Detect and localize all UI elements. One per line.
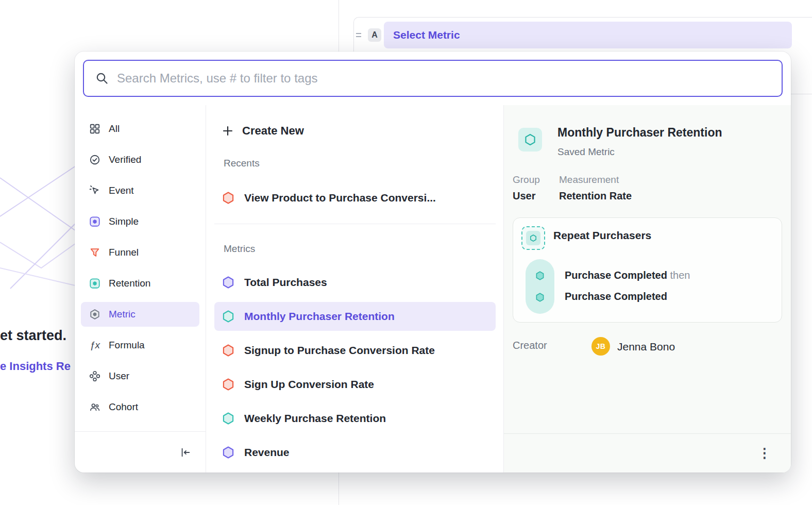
metric-item-label: Monthly Purchaser Retention — [244, 310, 395, 323]
overflow-menu-icon[interactable]: ⋮ — [758, 445, 771, 461]
cohort-people-icon — [89, 401, 100, 413]
sidebar-item-label: Retention — [109, 278, 150, 289]
search-icon — [95, 72, 109, 85]
sidebar-item-label: Funnel — [109, 247, 139, 258]
funnel-metric-hexagon-icon — [222, 378, 235, 391]
sidebar-item-all[interactable]: All — [81, 116, 199, 141]
measurement-value: Retention Rate — [559, 190, 632, 202]
simple-metric-hexagon-icon — [222, 446, 235, 459]
sidebar-item-label: All — [109, 123, 120, 134]
measurement-label: Measurement — [559, 174, 619, 186]
block-letter-badge: A — [368, 28, 381, 42]
create-new-label: Create New — [242, 124, 304, 138]
sidebar-item-verified[interactable]: Verified — [81, 147, 199, 172]
simple-hexagon-icon — [89, 216, 100, 227]
sidebar-item-label: Cohort — [109, 401, 138, 413]
sidebar-item-formula[interactable]: ƒx Formula — [81, 333, 199, 358]
formula-fx-icon: ƒx — [89, 340, 100, 351]
metric-item-revenue[interactable]: Revenue — [214, 438, 496, 467]
drag-handle-icon[interactable] — [354, 30, 363, 40]
metric-item-label: Sign Up Conversion Rate — [244, 378, 374, 391]
background-link-fragment[interactable]: e Insights Re — [0, 360, 71, 373]
verified-badge-icon — [89, 154, 100, 165]
metric-item-signup-to-purchase-conversion-rate[interactable]: Signup to Purchase Conversion Rate — [214, 336, 496, 365]
retention-metric-tile-icon — [518, 128, 542, 152]
select-metric-field[interactable]: Select Metric — [384, 22, 792, 48]
sidebar-item-label: Verified — [109, 154, 141, 165]
saved-card-title: Repeat Purchasers — [553, 229, 651, 242]
retention-hexagon-icon — [89, 278, 100, 289]
detail-title: Monthly Purchaser Retention — [557, 126, 722, 140]
metric-type-sidebar: All Verified Event — [75, 105, 206, 473]
user-flower-icon — [89, 371, 100, 382]
decorative-chart-lines — [0, 139, 82, 314]
step-hexagon-icon — [535, 292, 545, 302]
sidebar-item-event[interactable]: Event — [81, 178, 199, 203]
metric-hexagon-icon — [89, 309, 100, 320]
metric-item-weekly-purchase-retention[interactable]: Weekly Purchase Retention — [214, 404, 496, 433]
retention-metric-hexagon-icon — [222, 412, 235, 425]
sidebar-item-metric[interactable]: Metric — [81, 302, 199, 327]
plus-icon — [222, 125, 234, 137]
recents-section-label: Recents — [224, 158, 260, 169]
sidebar-item-retention[interactable]: Retention — [81, 271, 199, 296]
metric-detail-panel: Monthly Purchaser Retention Saved Metric… — [504, 105, 791, 473]
metric-item-label: Weekly Purchase Retention — [244, 412, 386, 425]
metric-picker-modal: All Verified Event — [75, 52, 791, 473]
sidebar-item-label: Formula — [109, 340, 145, 351]
step-1-text: Purchase Completed then — [565, 270, 690, 281]
sidebar-item-simple[interactable]: Simple — [81, 209, 199, 234]
detail-subtitle: Saved Metric — [557, 146, 615, 158]
sidebar-footer — [75, 431, 206, 473]
creator-name: Jenna Bono — [617, 341, 675, 353]
select-metric-label: Select Metric — [393, 29, 460, 41]
sidebar-item-label: Simple — [109, 216, 139, 227]
detail-footer: ⋮ — [504, 433, 791, 473]
metric-item-monthly-purchaser-retention[interactable]: Monthly Purchaser Retention — [214, 302, 496, 331]
metric-item-label: View Product to Purchase Conversi... — [244, 192, 436, 204]
metrics-section-label: Metrics — [224, 243, 255, 255]
creator-avatar: JB — [591, 337, 610, 356]
group-label: Group — [513, 174, 540, 186]
funnel-icon — [89, 247, 100, 258]
retention-metric-hexagon-icon — [222, 310, 235, 323]
list-divider — [214, 224, 496, 224]
sidebar-item-label: Metric — [109, 309, 136, 320]
search-input[interactable] — [117, 71, 770, 86]
sidebar-item-cohort[interactable]: Cohort — [81, 395, 199, 419]
create-new-button[interactable]: Create New — [214, 119, 304, 143]
background-heading-fragment: et started. — [0, 328, 66, 344]
funnel-metric-hexagon-icon — [222, 191, 235, 205]
funnel-metric-hexagon-icon — [222, 344, 235, 357]
simple-metric-hexagon-icon — [222, 276, 235, 289]
cursor-event-icon — [89, 185, 100, 196]
sidebar-item-label: User — [109, 371, 129, 382]
step-2-text: Purchase Completed — [565, 291, 667, 302]
recent-metric-item[interactable]: View Product to Purchase Conversi... — [214, 183, 496, 212]
creator-label: Creator — [513, 340, 547, 351]
sidebar-item-user[interactable]: User — [81, 364, 199, 389]
group-value: User — [513, 190, 535, 202]
collapse-sidebar-icon[interactable] — [180, 447, 191, 458]
metric-item-label: Revenue — [244, 446, 290, 459]
metric-item-total-purchases[interactable]: Total Purchases — [214, 268, 496, 297]
metric-item-sign-up-conversion-rate[interactable]: Sign Up Conversion Rate — [214, 370, 496, 399]
metric-search-bar[interactable] — [83, 60, 783, 97]
sidebar-item-label: Event — [109, 185, 134, 196]
retention-steps-pill — [526, 259, 554, 314]
sidebar-item-funnel[interactable]: Funnel — [81, 240, 199, 265]
metric-list-panel: Create New Recents View Product to Purch… — [206, 105, 504, 473]
step-hexagon-icon — [535, 271, 545, 281]
grid-icon — [89, 123, 100, 134]
metric-item-label: Total Purchases — [244, 276, 327, 289]
metric-item-label: Signup to Purchase Conversion Rate — [244, 344, 435, 357]
saved-metric-definition-card: Repeat Purchasers Purchase Completed the… — [513, 217, 782, 323]
cohort-dashed-icon — [521, 226, 545, 250]
